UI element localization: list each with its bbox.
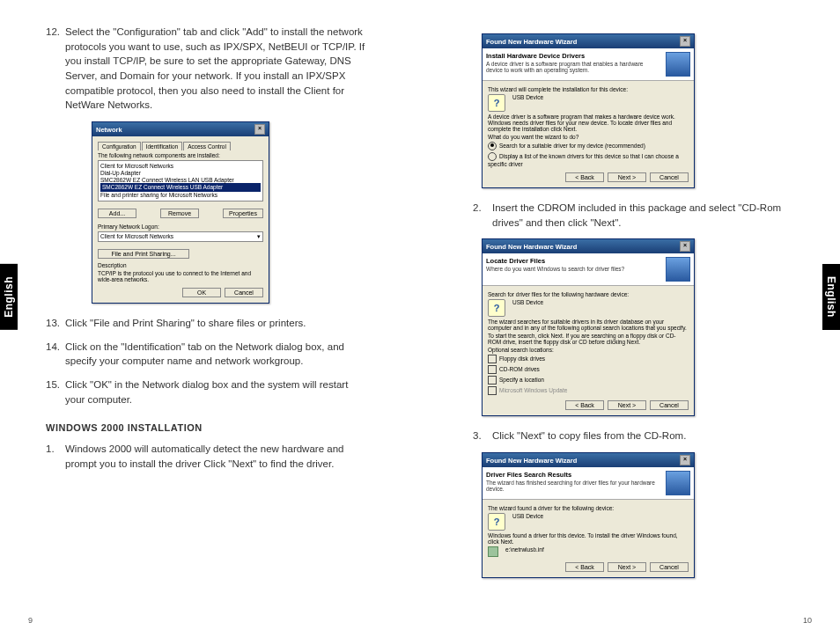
description-label: Description	[98, 262, 263, 268]
question-icon: ?	[488, 94, 505, 112]
checkbox-icon	[488, 365, 497, 374]
wizard-heading: Install Hardware Device Drivers	[486, 52, 660, 60]
list-item[interactable]: SMC2862W EZ Connect Wireless LAN USB Ada…	[100, 177, 261, 184]
tab-configuration[interactable]: Configuration	[98, 142, 141, 150]
remove-button[interactable]: Remove	[160, 209, 199, 218]
list-item[interactable]: File and printer sharing for Microsoft N…	[100, 192, 261, 199]
list-item[interactable]: Client for Microsoft Networks	[100, 163, 261, 170]
wizard-line: A device driver is a software program th…	[488, 114, 689, 132]
ok-button[interactable]: OK	[182, 288, 221, 297]
device-name: USB Device	[512, 299, 543, 305]
wizard-heading: Locate Driver Files	[486, 257, 660, 265]
step-number: 1.	[46, 442, 65, 471]
wizard-subheading: A device driver is a software program th…	[486, 61, 660, 73]
checkbox-icon	[488, 386, 497, 395]
wizard-dialog-install-drivers: Found New Hardware Wizard × Install Hard…	[482, 33, 695, 188]
radio-icon	[488, 152, 497, 161]
driver-path: e:\netrwlusb.inf	[505, 546, 544, 553]
wizard-line: To start the search, click Next. If you …	[488, 333, 689, 345]
question-icon: ?	[488, 299, 505, 317]
radio-icon	[488, 142, 497, 150]
back-button[interactable]: < Back	[565, 400, 604, 410]
tab-strip: Configuration Identification Access Cont…	[98, 142, 263, 150]
next-button[interactable]: Next >	[608, 172, 646, 182]
question-icon: ?	[488, 513, 505, 531]
step-text: Click on the "Identification" tab on the…	[65, 340, 367, 369]
step-text: Select the "Configuration" tab and click…	[65, 25, 367, 113]
page-number-left: 9	[28, 616, 33, 625]
wizard-line: Search for driver files for the followin…	[488, 291, 689, 297]
page-right: English Found New Hardware Wizard × Inst…	[420, 0, 840, 630]
step-text: Click "File and Print Sharing" to share …	[65, 316, 367, 331]
back-button[interactable]: < Back	[565, 172, 604, 182]
close-icon[interactable]: ×	[680, 455, 690, 465]
file-print-sharing-button[interactable]: File and Print Sharing...	[98, 249, 189, 259]
step-12: 12. Select the "Configuration" tab and c…	[46, 25, 367, 113]
description-text: TCP/IP is the protocol you use to connec…	[98, 270, 263, 282]
check-windows-update: Microsoft Windows Update	[488, 386, 689, 395]
device-name: USB Device	[512, 513, 543, 519]
wizard-icon	[666, 52, 690, 77]
dialog-titlebar: Found New Hardware Wizard ×	[483, 239, 694, 253]
chevron-down-icon: ▾	[257, 233, 261, 240]
step-number: 2.	[473, 201, 492, 230]
dialog-title: Found New Hardware Wizard	[486, 457, 577, 465]
logon-dropdown[interactable]: Client for Microsoft Networks ▾	[98, 231, 263, 242]
wizard-line: This wizard will complete the installati…	[488, 86, 689, 92]
radio-option-list[interactable]: Display a list of the known drivers for …	[488, 152, 689, 167]
step-13: 13. Click "File and Print Sharing" to sh…	[46, 316, 367, 331]
cancel-button[interactable]: Cancel	[225, 288, 263, 297]
checkbox-icon	[488, 355, 497, 363]
cancel-button[interactable]: Cancel	[650, 562, 689, 572]
check-cdrom[interactable]: CD-ROM drives	[488, 365, 689, 374]
device-row: ? USB Device	[488, 94, 689, 112]
next-button[interactable]: Next >	[608, 400, 646, 410]
step-number: 15.	[46, 377, 65, 407]
list-item-selected[interactable]: SMC2862W EZ Connect Wireless USB Adapter	[100, 183, 261, 192]
win2000-step-1: 1. Windows 2000 will automatically detec…	[46, 442, 367, 471]
wizard-dialog-locate-files: Found New Hardware Wizard × Locate Drive…	[482, 238, 695, 416]
section-heading: WINDOWS 2000 INSTALLATION	[46, 422, 367, 433]
wizard-line: Windows found a driver for this device. …	[488, 532, 689, 545]
close-icon[interactable]: ×	[680, 241, 690, 252]
cancel-button[interactable]: Cancel	[650, 400, 689, 410]
step-number: 14.	[46, 340, 65, 369]
wizard-line: The wizard searches for suitable drivers…	[488, 319, 689, 331]
step-text: Click "Next" to copy files from the CD-R…	[492, 429, 794, 443]
step-number: 13.	[46, 316, 65, 331]
components-listbox[interactable]: Client for Microsoft Networks Dial-Up Ad…	[98, 160, 263, 201]
checkbox-icon	[488, 376, 497, 385]
step-14: 14. Click on the "Identification" tab on…	[46, 340, 367, 369]
tab-identification[interactable]: Identification	[142, 142, 183, 150]
dialog-titlebar: Network ×	[92, 122, 269, 136]
radio-option-search[interactable]: Search for a suitable driver for my devi…	[488, 142, 689, 150]
step-number: 12.	[46, 25, 65, 113]
page-left: English 12. Select the "Configuration" t…	[0, 0, 420, 630]
properties-button[interactable]: Properties	[223, 209, 263, 218]
dialog-title: Network	[96, 126, 122, 134]
next-button[interactable]: Next >	[608, 562, 646, 572]
check-specify[interactable]: Specify a location	[488, 376, 689, 385]
step-text: Click "OK" in the Network dialog box and…	[65, 377, 367, 407]
add-button[interactable]: Add...	[98, 209, 136, 218]
wizard-line: The wizard found a driver for the follow…	[488, 505, 689, 511]
locations-label: Optional search locations:	[488, 347, 689, 353]
close-icon[interactable]: ×	[680, 36, 690, 47]
device-row: ? USB Device	[488, 299, 689, 317]
close-icon[interactable]: ×	[254, 124, 265, 135]
win2000-step-2: 2. Insert the CDROM included in this pac…	[473, 201, 794, 230]
language-tab-left: English	[0, 264, 18, 330]
network-dialog: Network × Configuration Identification A…	[92, 121, 269, 304]
check-floppy[interactable]: Floppy disk drives	[488, 355, 689, 363]
wizard-question: What do you want the wizard to do?	[488, 134, 689, 140]
device-name: USB Device	[512, 94, 543, 100]
inf-file-icon	[488, 546, 498, 557]
list-item[interactable]: Dial-Up Adapter	[100, 170, 261, 177]
tab-access-control[interactable]: Access Control	[183, 142, 231, 150]
dialog-titlebar: Found New Hardware Wizard ×	[483, 34, 694, 48]
back-button[interactable]: < Back	[565, 562, 604, 572]
step-number: 3.	[473, 429, 492, 443]
wizard-subheading: The wizard has finished searching for dr…	[486, 480, 660, 492]
page-number-right: 10	[803, 616, 812, 625]
cancel-button[interactable]: Cancel	[650, 172, 689, 182]
